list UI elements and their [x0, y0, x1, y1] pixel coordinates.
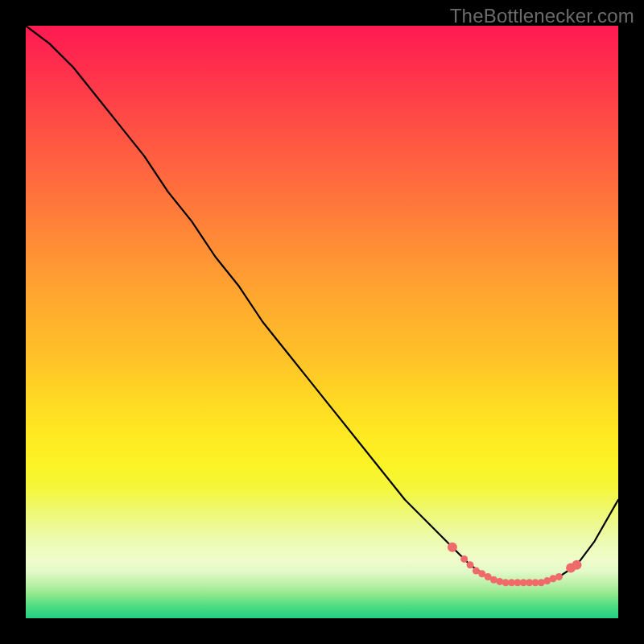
optimal-range-markers [448, 543, 582, 587]
chart-frame: TheBottlenecker.com [0, 0, 644, 644]
watermark-text: TheBottlenecker.com [450, 5, 634, 27]
bottleneck-curve [26, 26, 618, 583]
curve-path [26, 26, 618, 583]
optimal-marker [467, 561, 474, 568]
optimal-marker [555, 573, 563, 580]
optimal-marker [460, 555, 468, 563]
plot-area [26, 26, 618, 618]
optimal-marker [572, 560, 582, 570]
chart-svg [26, 26, 618, 618]
optimal-marker [448, 543, 457, 552]
